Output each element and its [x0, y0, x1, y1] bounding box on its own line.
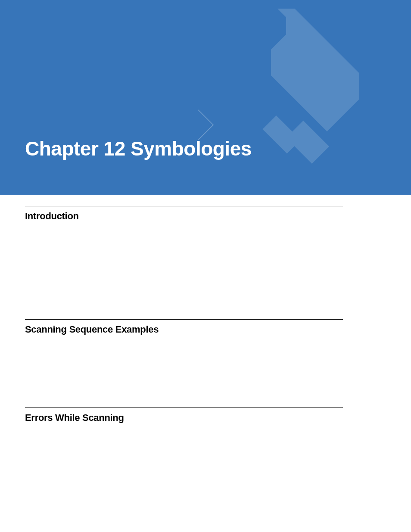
- section-introduction: Introduction: [25, 206, 342, 308]
- section-rule: [25, 408, 343, 408]
- chapter-banner: Chapter 12 Symbologies: [0, 0, 411, 195]
- svg-rect-2: [262, 115, 300, 153]
- section-errors-while-scanning: Errors While Scanning: [25, 408, 342, 423]
- section-heading-introduction: Introduction: [25, 211, 342, 222]
- section-rule: [25, 206, 343, 206]
- section-heading-scanning-sequence-examples: Scanning Sequence Examples: [25, 324, 342, 335]
- page-content: Introduction Scanning Sequence Examples …: [0, 206, 411, 423]
- banner-scanner-graphic: [247, 9, 359, 181]
- chapter-title: Chapter 12 Symbologies: [25, 137, 252, 160]
- section-rule: [25, 319, 343, 320]
- svg-marker-0: [271, 9, 359, 131]
- section-scanning-sequence-examples: Scanning Sequence Examples: [25, 319, 342, 396]
- section-heading-errors-while-scanning: Errors While Scanning: [25, 412, 342, 423]
